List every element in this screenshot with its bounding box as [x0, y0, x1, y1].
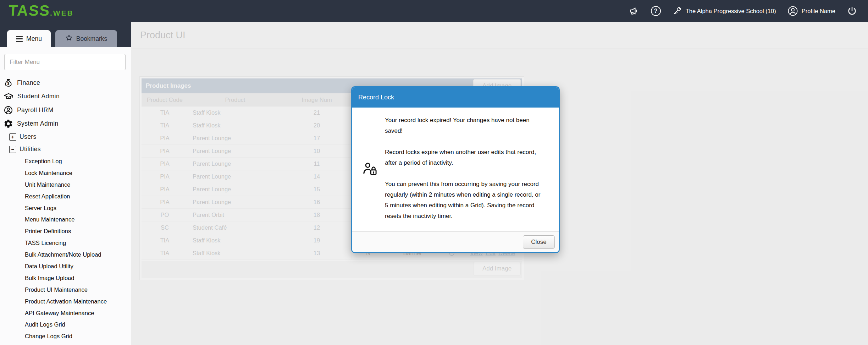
sidebar-item-data-upload-utility[interactable]: Data Upload Utility [0, 261, 131, 272]
sidebar-item-bulk-attachment-note-upload[interactable]: Bulk Attachment/Note Upload [0, 249, 131, 261]
sidebar-item-label: Student Admin [17, 93, 60, 100]
dialog-title: Record Lock [352, 87, 559, 108]
dialog-paragraph: Your record lock expired! Your changes h… [385, 115, 544, 136]
sidebar-item-bulk-image-upload[interactable]: Bulk Image Upload [0, 272, 131, 284]
tab-bookmarks[interactable]: Bookmarks [55, 30, 117, 47]
sidebar-item-label: Users [20, 133, 37, 141]
help-icon[interactable]: ? [651, 6, 661, 16]
hamburger-icon [16, 36, 23, 42]
key-icon [672, 6, 682, 16]
dialog-paragraph: Record locks expire when another user ed… [385, 147, 544, 168]
sidebar-item-student-admin[interactable]: Student Admin [0, 90, 131, 104]
collapse-minus-icon[interactable]: − [9, 146, 16, 153]
profile-menu[interactable]: Profile Name [787, 6, 835, 16]
close-button[interactable]: Close [523, 235, 555, 249]
sidebar-tab-strip: Menu Bookmarks [0, 22, 131, 47]
dialog-footer: Close [352, 231, 559, 252]
sidebar-item-label: System Admin [17, 120, 59, 127]
menu-tree: $ Finance Student Admin Payroll HRM Syst… [0, 76, 131, 342]
graduation-cap-icon [4, 92, 13, 102]
sidebar-item-system-admin[interactable]: System Admin [0, 117, 131, 131]
sidebar-item-exception-log[interactable]: Exception Log [0, 155, 131, 167]
sidebar-item-unit-maintenance[interactable]: Unit Maintenance [0, 179, 131, 191]
sidebar-item-server-logs[interactable]: Server Logs [0, 202, 131, 214]
record-lock-dialog: Record Lock Your record lock expired! Yo… [351, 86, 560, 253]
gear-icon [4, 119, 13, 128]
sidebar-item-change-logs-grid[interactable]: Change Logs Grid [0, 330, 131, 342]
sidebar-item-utilities[interactable]: − Utilities [0, 143, 131, 155]
sidebar-item-printer-definitions[interactable]: Printer Definitions [0, 225, 131, 237]
sidebar-item-label: Payroll HRM [17, 106, 54, 114]
sidebar-item-reset-application[interactable]: Reset Application [0, 191, 131, 202]
school-name: The Alpha Progressive School (10) [686, 8, 776, 15]
sidebar-item-label: Utilities [20, 146, 41, 153]
sidebar-item-audit-logs-grid[interactable]: Audit Logs Grid [0, 319, 131, 330]
profile-avatar-icon [787, 6, 798, 16]
logout-power-icon[interactable] [847, 6, 857, 16]
profile-name: Profile Name [802, 8, 835, 15]
sidebar-item-label: Finance [17, 79, 40, 87]
sidebar-item-tass-licencing[interactable]: TASS Licencing [0, 237, 131, 249]
sidebar-item-product-activation-maintenance[interactable]: Product Activation Maintenance [0, 296, 131, 307]
tab-menu-label: Menu [26, 35, 42, 43]
sidebar-item-menu-maintenance[interactable]: Menu Maintenance [0, 214, 131, 225]
expand-plus-icon[interactable]: + [9, 133, 16, 141]
tass-web-logo[interactable]: TASS.WEB [9, 2, 74, 19]
sidebar-item-users[interactable]: + Users [0, 131, 131, 143]
sidebar-item-api-gateway-maintenance[interactable]: API Gateway Maintenance [0, 307, 131, 319]
sidebar-item-payroll-hrm[interactable]: Payroll HRM [0, 103, 131, 117]
person-circle-icon [4, 105, 13, 115]
sidebar-item-lock-maintenance[interactable]: Lock Maintenance [0, 167, 131, 179]
tab-bookmarks-label: Bookmarks [76, 35, 107, 43]
dialog-body: Your record lock expired! Your changes h… [352, 108, 559, 231]
filter-menu-input[interactable] [4, 54, 126, 70]
star-icon [65, 34, 73, 43]
record-lock-icon [362, 161, 378, 178]
tab-menu[interactable]: Menu [7, 30, 51, 47]
dialog-paragraph: You can prevent this from occurring by s… [385, 179, 544, 221]
top-bar: TASS.WEB ? The Alpha Progressive School … [0, 0, 868, 22]
money-bag-icon: $ [4, 78, 13, 88]
svg-text:$: $ [7, 81, 9, 85]
sidebar: Menu Bookmarks $ Finance Student Adm [0, 22, 131, 345]
sidebar-item-finance[interactable]: $ Finance [0, 76, 131, 90]
dialog-message: Your record lock expired! Your changes h… [352, 108, 559, 221]
announcements-megaphone-icon[interactable] [629, 6, 640, 16]
school-selector[interactable]: The Alpha Progressive School (10) [672, 6, 776, 16]
topbar-actions: ? The Alpha Progressive School (10) Prof… [629, 0, 868, 22]
sidebar-item-product-ui-maintenance[interactable]: Product UI Maintenance [0, 284, 131, 296]
